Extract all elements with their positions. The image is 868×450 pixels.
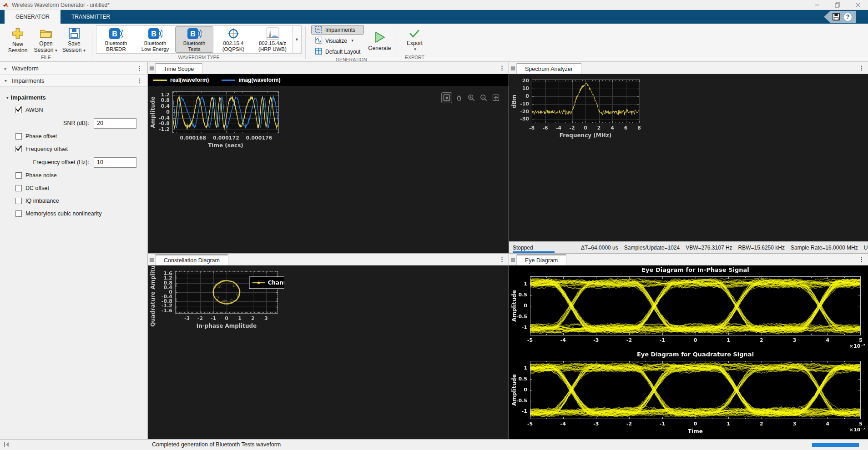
impairments-button[interactable]: Impairments <box>311 25 364 35</box>
panel-menu-icon[interactable]: ⋮ <box>858 256 864 263</box>
spectrum-run-state: Stopped <box>513 245 581 251</box>
phase-noise-checkbox[interactable] <box>15 172 22 179</box>
pan-button[interactable] <box>454 92 464 103</box>
phase-noise-label: Phase noise <box>25 172 57 179</box>
open-session-button[interactable]: OpenSession▼ <box>32 25 60 54</box>
drag-handle-icon[interactable]: ▬▬▬ <box>148 257 155 261</box>
spectrum-status-item: Samples/Update=1024 <box>624 245 680 251</box>
eye-quadrature-plot[interactable] <box>509 350 868 439</box>
zoom-in-button[interactable] <box>466 92 477 103</box>
drag-handle-icon[interactable]: ▬▬▬ <box>509 257 516 261</box>
frequency-offset-checkbox[interactable] <box>15 146 22 152</box>
window-title: Wireless Waveform Generator - untitled* <box>12 2 110 8</box>
dc-offset-checkbox[interactable] <box>15 185 22 191</box>
minimize-button[interactable] <box>807 0 827 10</box>
eye-inphase-plot[interactable] <box>509 265 868 350</box>
waveform-type-label: Low Energy <box>141 46 169 52</box>
time-scope-legend: real(waveform)imag(waveform) <box>148 74 509 86</box>
export-button[interactable]: Export ▼ <box>401 28 428 51</box>
waveform-type-label: Bluetooth <box>183 40 206 46</box>
spectrum-analyzer-panel: ▬▬▬ Spectrum Analyzer ⋮ Stopped ΔT=64.00… <box>509 62 868 253</box>
save-session-label-line2: Session▼ <box>62 47 86 54</box>
waveform-type-bluetooth-tests[interactable]: BBluetoothTests <box>175 26 213 53</box>
frequency-offset-hz-input[interactable] <box>94 157 136 168</box>
waveform-type-label: Bluetooth <box>144 40 167 46</box>
file-group: NewSessionOpenSession▼SaveSession▼ FILE <box>0 24 92 61</box>
titlebar: Wireless Waveform Generator - untitled* <box>0 0 868 10</box>
panel-menu-icon[interactable]: ⋮ <box>499 256 505 263</box>
dc-offset-row: DC offset <box>0 182 147 195</box>
constellation-header: ▬▬▬ Constellation Diagram ⋮ <box>148 254 509 265</box>
collapse-arrow-icon: ▸ <box>5 66 12 71</box>
waveform-type-group: BBluetoothBR/EDRBBluetoothLow EnergyBBlu… <box>92 24 305 61</box>
drag-handle-icon[interactable]: ▬▬▬ <box>148 66 155 70</box>
save-session-button[interactable]: SaveSession▼ <box>60 25 88 54</box>
panel-menu-icon[interactable]: ⋮ <box>499 65 505 71</box>
time-scope-plot[interactable] <box>148 86 284 154</box>
section-menu-icon[interactable]: ⋮ <box>136 65 143 72</box>
tab-transmitter[interactable]: TRANSMITTER <box>61 10 121 24</box>
sidebar-section-impairments[interactable]: ▾ Impairments ⋮ <box>0 75 147 87</box>
spectrum-status-bar: Stopped ΔT=64.0000 usSamples/Update=1024… <box>509 241 868 253</box>
time-scope-panel: ▬▬▬ Time Scope ⋮ real(waveform)imag(wave… <box>148 62 509 253</box>
drag-handle-icon[interactable]: ▬▬▬ <box>509 66 516 70</box>
svg-text:B: B <box>190 30 196 38</box>
waveform-type-802-15-4-oqpsk[interactable]: 802.15.4(OQPSK) <box>214 26 252 53</box>
chevron-down-icon: ▼ <box>82 49 86 53</box>
minimize-icon <box>814 2 820 8</box>
default-layout-button[interactable]: Default Layout <box>311 47 364 56</box>
close-button[interactable] <box>848 0 868 10</box>
legend-label: imag(waveform) <box>238 77 280 83</box>
restore-button[interactable] <box>827 0 848 10</box>
collapse-arrow-icon: ▾ <box>6 95 9 100</box>
legend-swatch <box>153 80 167 81</box>
new-session-label-line1: New <box>12 41 23 47</box>
awgn-checkbox[interactable] <box>15 107 22 113</box>
ribbon-tabbar: GENERATOR TRANSMITTER ? <box>0 10 868 24</box>
time-scope-tab[interactable]: Time Scope <box>155 63 202 74</box>
generate-button[interactable]: Generate <box>366 30 393 51</box>
fit-view-button[interactable] <box>490 92 501 103</box>
iq-imbalance-row: IQ imbalance <box>0 195 147 207</box>
awgn-row: AWGN <box>0 104 147 116</box>
save-session-label-line1: Save <box>68 40 80 47</box>
collapse-panel-icon[interactable] <box>4 442 10 447</box>
impairments-label: Impairments <box>325 27 355 33</box>
iq-imbalance-checkbox[interactable] <box>15 198 22 204</box>
save-icon[interactable] <box>832 13 840 21</box>
generation-group-label: GENERATION <box>306 56 397 63</box>
waveform-type-bluetooth-br-edr[interactable]: BBluetoothBR/EDR <box>97 26 135 53</box>
spectrum-plot[interactable] <box>509 74 646 142</box>
eye-diagram-tab[interactable]: Eye Diagram <box>516 254 566 265</box>
new-session-button[interactable]: NewSession <box>4 25 32 54</box>
waveform-type-label: (OQPSK) <box>222 46 245 52</box>
floppy-icon <box>68 26 80 40</box>
wave-icon <box>315 36 323 45</box>
snr-input[interactable] <box>94 118 136 129</box>
zoom-out-button[interactable] <box>478 92 489 103</box>
default-layout-label: Default Layout <box>325 49 360 55</box>
phase-offset-checkbox[interactable] <box>15 133 22 140</box>
chevron-down-icon: ▼ <box>54 49 58 53</box>
section-menu-icon[interactable]: ⋮ <box>136 77 143 84</box>
check-icon <box>409 28 420 39</box>
waveform-type-802-15-4az-hrp-uwb[interactable]: 802.15.4a/z(HRP UWB) <box>253 26 292 53</box>
matlab-logo-icon <box>3 2 9 8</box>
folder-icon <box>40 26 52 40</box>
panel-menu-icon[interactable]: ⋮ <box>858 65 864 71</box>
help-icon[interactable]: ? <box>844 13 852 21</box>
waveform-type-bluetooth-low-energy[interactable]: BBluetoothLow Energy <box>136 26 174 53</box>
snr-field-row: SNR (dB): <box>0 116 147 130</box>
visualize-button[interactable]: Visualize▼ <box>311 36 364 45</box>
spectrum-analyzer-tab[interactable]: Spectrum Analyzer <box>516 63 581 74</box>
constellation-tab[interactable]: Constellation Diagram <box>155 254 228 265</box>
gallery-dropdown-button[interactable]: ▼ <box>292 26 301 53</box>
frequency-offset-label: Frequency offset <box>25 146 68 152</box>
sidebar-section-waveform[interactable]: ▸ Waveform ⋮ <box>0 62 147 75</box>
memoryless-cubic-nonlinearity-checkbox[interactable] <box>15 210 22 217</box>
dc-offset-label: DC offset <box>25 185 49 191</box>
constellation-plot[interactable] <box>148 265 284 334</box>
tab-generator[interactable]: GENERATOR <box>5 10 61 24</box>
awgn-label: AWGN <box>25 107 43 113</box>
autoscale-button[interactable] <box>441 92 452 103</box>
